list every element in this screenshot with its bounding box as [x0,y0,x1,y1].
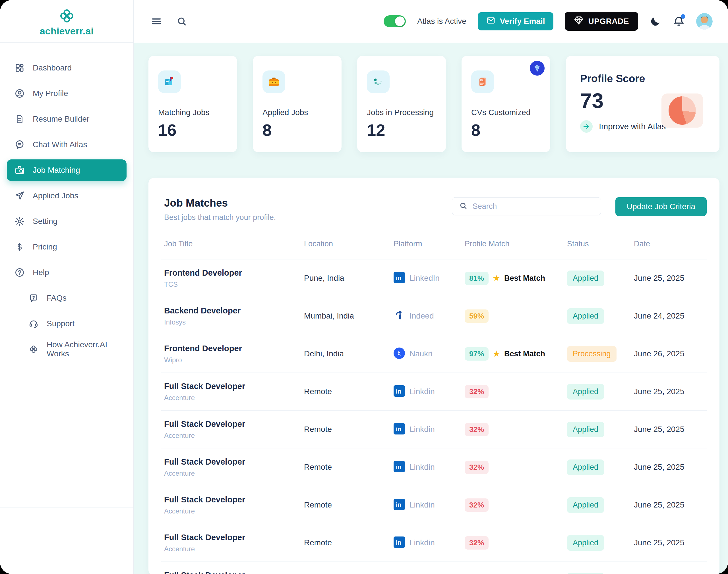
job-title: Full Stack Developer [164,533,304,542]
job-row[interactable]: Full Stack Developer Accenture Remote in… [161,562,707,574]
job-date: June 25, 2025 [634,387,707,396]
job-matches-title: Job Matches [161,197,276,209]
svg-text:in: in [396,539,401,546]
best-match-star-icon: ★ [493,350,500,358]
job-company: TCS [164,281,304,288]
job-location: Remote [304,387,393,396]
job-title-cell: Frontend Developer TCS [164,268,304,288]
app-window: achieverr.ai DashboardMy ProfileResume B… [0,0,728,574]
platform-label: Naukri [410,349,432,358]
profile-score-title: Profile Score [580,73,707,85]
job-company: Accenture [164,507,304,515]
sidebar-item-label: Chat With Atlas [33,140,87,149]
upgrade-label: UPGRADE [588,17,629,26]
sidebar-item-help[interactable]: Help [7,262,126,283]
briefcase-icon [263,71,285,93]
update-job-criteria-button[interactable]: Update Job Criteria [615,197,707,216]
job-title: Full Stack Developer [164,457,304,466]
job-row[interactable]: Full Stack Developer Accenture Remote in… [161,448,707,486]
upgrade-button[interactable]: UPGRADE [565,12,638,31]
job-title-cell: Frontend Developer Wipro [164,344,304,364]
headset-icon [28,318,39,329]
gem-icon [574,16,583,27]
job-row[interactable]: Full Stack Developer Accenture Remote in… [161,486,707,524]
search-icon [459,201,467,211]
job-title-cell: Full Stack Developer Accenture [164,533,304,553]
job-row[interactable]: Frontend Developer Wipro Delhi, India Na… [161,335,707,373]
notification-dot [681,14,685,19]
arrow-right-icon [580,120,592,133]
sidebar-item-how-achieverr-ai-works[interactable]: How Achieverr.AI Works [7,338,126,360]
job-title: Frontend Developer [164,268,304,278]
job-title: Full Stack Developer [164,419,304,429]
job-date: June 26, 2025 [634,349,707,358]
knot-icon [28,344,39,355]
job-row[interactable]: Full Stack Developer Accenture Remote in… [161,373,707,410]
svg-text:in: in [396,463,401,470]
faq-icon [28,293,39,303]
sidebar-item-faqs[interactable]: FAQs [7,287,126,309]
job-row[interactable]: Backend Developer Infosys Mumbai, India … [161,297,707,335]
sidebar-item-label: FAQs [47,293,67,303]
job-location: Remote [304,425,393,434]
dark-mode-moon-icon[interactable] [650,15,661,27]
job-title: Backend Developer [164,306,304,316]
profile-match-cell: 32% ★ [465,423,567,436]
job-date: June 25, 2025 [634,463,707,472]
profile-match-cell: 32% ★ [465,385,567,398]
status-cell: Applied [567,271,634,286]
job-title: Full Stack Developer [164,571,304,574]
job-row[interactable]: Full Stack Developer Accenture Remote in… [161,524,707,562]
atlas-toggle[interactable] [384,15,406,27]
mailbox-icon [158,71,181,93]
sidebar-item-label: Help [33,268,49,277]
sidebar-item-label: How Achieverr.AI Works [47,340,126,358]
column-header-job-title: Job Title [164,240,304,248]
notifications-bell-icon[interactable] [673,15,685,27]
sidebar-item-label: Dashboard [33,64,72,73]
match-percentage-badge: 32% [465,385,489,398]
sidebar-item-setting[interactable]: Setting [7,211,126,232]
sidebar-item-chat-with-atlas[interactable]: Chat With Atlas [7,134,126,156]
job-location: Remote [304,463,393,472]
job-row[interactable]: Full Stack Developer Accenture Remote in… [161,410,707,448]
profile-score-pie-chart [661,93,703,128]
job-row[interactable]: Frontend Developer TCS Pune, India in Li… [161,259,707,297]
sidebar: achieverr.ai DashboardMy ProfileResume B… [0,0,133,574]
sidebar-item-resume-builder[interactable]: Resume Builder [7,108,126,130]
sidebar-item-dashboard[interactable]: Dashboard [7,57,126,79]
improve-link-label: Improve with Atlas [599,122,666,131]
job-search-input[interactable] [473,202,594,211]
stat-label: CVs Customized [471,108,550,117]
help-icon [14,267,25,278]
spinner-icon [367,71,390,93]
match-percentage-badge: 32% [465,536,489,549]
topbar-left [151,16,187,27]
job-company: Accenture [164,545,304,553]
sidebar-item-pricing[interactable]: Pricing [7,236,126,258]
job-matches-card: Job Matches Best jobs that match your pr… [148,178,720,574]
sidebar-item-applied-jobs[interactable]: Applied Jobs [7,185,126,207]
sidebar-item-job-matching[interactable]: Job Matching [7,159,126,181]
status-cell: Applied [567,459,634,475]
sidebar-nav: DashboardMy ProfileResume BuilderChat Wi… [0,43,133,362]
hamburger-menu-icon[interactable] [151,16,162,27]
column-header-date: Date [634,240,707,248]
sidebar-item-my-profile[interactable]: My Profile [7,83,126,104]
diamond-badge-icon [530,61,545,76]
search-icon[interactable] [176,16,187,27]
column-header-status: Status [567,240,634,248]
stat-card-jobs-in-processing: Jobs in Processing 12 [357,56,446,152]
indeed-icon [393,310,405,322]
user-avatar[interactable] [696,13,713,30]
cv-icon: CV [471,71,494,93]
sidebar-item-label: Pricing [33,242,57,251]
content: Matching Jobs 16 Applied Jobs 8 Jobs in … [133,43,728,574]
status-badge: Processing [567,346,616,362]
verify-email-button[interactable]: Verify Email [478,12,554,30]
naukri-icon [393,347,405,360]
profile-match-cell: 59% ★ [465,310,567,323]
stat-label: Applied Jobs [263,108,342,117]
sidebar-item-support[interactable]: Support [7,313,126,334]
stat-value: 8 [471,121,550,139]
